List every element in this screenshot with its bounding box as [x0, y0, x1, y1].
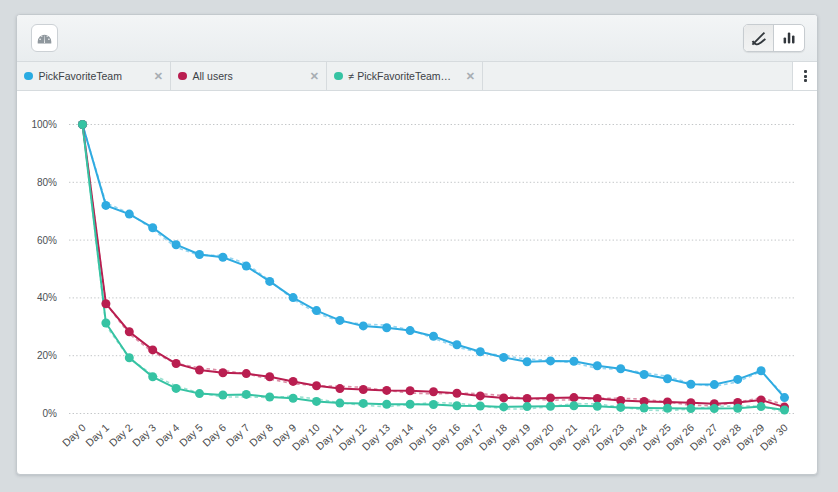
svg-text:Day 5: Day 5 — [177, 421, 205, 449]
svg-text:Day 2: Day 2 — [106, 421, 134, 449]
svg-text:80%: 80% — [37, 177, 57, 188]
svg-text:Day 7: Day 7 — [223, 421, 251, 449]
svg-text:Day 8: Day 8 — [247, 421, 275, 449]
svg-text:Day 6: Day 6 — [200, 421, 228, 449]
svg-text:Day 0: Day 0 — [60, 421, 88, 449]
svg-text:Day 4: Day 4 — [153, 421, 181, 449]
svg-text:0%: 0% — [43, 408, 58, 419]
svg-text:100%: 100% — [31, 119, 57, 130]
svg-text:40%: 40% — [37, 292, 57, 303]
svg-text:Day 1: Day 1 — [83, 421, 111, 449]
svg-text:60%: 60% — [37, 235, 57, 246]
svg-text:20%: 20% — [37, 350, 57, 361]
svg-text:Day 3: Day 3 — [130, 421, 158, 449]
